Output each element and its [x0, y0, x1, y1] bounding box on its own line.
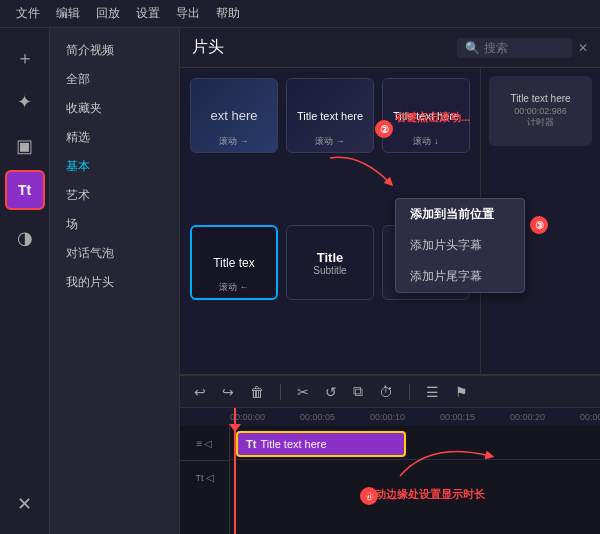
annotation-4-container: ④ 拖动边缘处设置显示时长 [360, 487, 481, 502]
timer-button[interactable]: ⏱ [375, 382, 397, 402]
timeline-toolbar: ↩ ↪ 🗑 ✂ ↺ ⧉ ⏱ ☰ ⚑ [180, 376, 600, 408]
annotation-badge-3: ③ [530, 216, 548, 234]
title-card-0[interactable]: ext here 滚动 → [190, 78, 278, 153]
main-layout: ＋ ✦ ▣ Tt ◑ ✕ 简介视频 全部 收藏夹 精选 基本 艺术 场 对话气泡… [0, 28, 600, 534]
right-panel-timer: 00:00:02:986 [514, 106, 567, 116]
search-box[interactable]: 🔍 [457, 38, 572, 58]
left-panel-item-mine[interactable]: 我的片头 [50, 268, 179, 297]
context-menu-add-credits[interactable]: 添加片尾字幕 [396, 261, 524, 292]
track-content: Tt Title text here [230, 426, 600, 534]
card-text-1: Title text here [297, 110, 363, 122]
sidebar-icon-title[interactable]: Tt [5, 170, 45, 210]
menu-edit[interactable]: 编辑 [48, 0, 88, 27]
context-menu-add-current[interactable]: 添加到当前位置 [396, 199, 524, 230]
menu-playback[interactable]: 回放 [88, 0, 128, 27]
menu-export[interactable]: 导出 [168, 0, 208, 27]
playhead-indicator [234, 408, 236, 426]
track-control-audio: Tt ◁ [180, 460, 229, 494]
context-menu-add-title[interactable]: 添加片头字幕 [396, 230, 524, 261]
left-panel-item-brief[interactable]: 简介视频 [50, 36, 179, 65]
menu-help[interactable]: 帮助 [208, 0, 248, 27]
right-panel-preview: Title text here 00:00:02:986 计时器 [489, 76, 592, 146]
left-panel-item-basic[interactable]: 基本 [50, 152, 179, 181]
track-icon-3: Tt [196, 473, 204, 483]
search-close-icon[interactable]: ✕ [578, 41, 588, 55]
search-input[interactable] [484, 41, 564, 55]
card-text-3: Title tex [213, 256, 255, 270]
right-panel-text: Title text here [510, 93, 570, 104]
annotation-text-2: 右键点击滚动... [395, 110, 470, 125]
ruler-tick-4: 00:00:20 [510, 412, 545, 422]
title-card-3[interactable]: Title tex 滚动 ← [190, 225, 278, 300]
content-title: 片头 [192, 37, 457, 58]
track-control-title: ≡ ◁ [180, 426, 229, 460]
ruler-tick-1: 00:00:05 [300, 412, 335, 422]
divider-1 [280, 384, 281, 400]
search-icon: 🔍 [465, 41, 480, 55]
left-panel: 简介视频 全部 收藏夹 精选 基本 艺术 场 对话气泡 我的片头 [50, 28, 180, 534]
card-subtitle-4: Subtitle [313, 265, 346, 276]
left-panel-item-scene[interactable]: 场 [50, 210, 179, 239]
ruler-tick-5: 00:00:25 [580, 412, 600, 422]
menubar: 文件 编辑 回放 设置 导出 帮助 [0, 0, 600, 28]
cut-button[interactable]: ✂ [293, 382, 313, 402]
left-panel-item-art[interactable]: 艺术 [50, 181, 179, 210]
sidebar-icon-effects[interactable]: ◑ [5, 218, 45, 258]
left-panel-list: 简介视频 全部 收藏夹 精选 基本 艺术 场 对话气泡 我的片头 [50, 28, 179, 305]
sidebar-icon-media[interactable]: ▣ [5, 126, 45, 166]
track-controls: ≡ ◁ Tt ◁ [180, 426, 230, 534]
crop-button[interactable]: ⧉ [349, 381, 367, 402]
annotation-badge-2: ② [375, 120, 393, 138]
menu-file[interactable]: 文件 [8, 0, 48, 27]
card-label-2: 滚动 ↓ [413, 135, 438, 148]
title-clip[interactable]: Tt Title text here [236, 431, 406, 457]
annotation-text-4: 拖动边缘处设置显示时长 [364, 488, 485, 500]
left-panel-item-all[interactable]: 全部 [50, 65, 179, 94]
timeline: ↩ ↪ 🗑 ✂ ↺ ⧉ ⏱ ☰ ⚑ 00:00:00 00:00:05 00:0… [180, 374, 600, 534]
delete-button[interactable]: 🗑 [246, 382, 268, 402]
redo-button[interactable]: ↪ [218, 382, 238, 402]
card-label-1: 滚动 → [315, 135, 345, 148]
context-menu: 添加到当前位置 添加片头字幕 添加片尾字幕 [395, 198, 525, 293]
left-panel-item-featured[interactable]: 精选 [50, 123, 179, 152]
title-card-4[interactable]: Title Subtitle [286, 225, 374, 300]
flag-button[interactable]: ⚑ [451, 382, 472, 402]
ruler-tick-3: 00:00:15 [440, 412, 475, 422]
content-header: 片头 🔍 ✕ [180, 28, 600, 68]
track-icon-4: ◁ [206, 472, 214, 483]
rotate-button[interactable]: ↺ [321, 382, 341, 402]
sidebar-icon-add[interactable]: ＋ [5, 38, 45, 78]
clip-text: Title text here [260, 438, 326, 450]
card-label-0: 滚动 → [219, 135, 249, 148]
sidebar-icon-settings[interactable]: ✕ [5, 484, 45, 524]
tracks-button[interactable]: ☰ [422, 382, 443, 402]
ruler-tick-2: 00:00:10 [370, 412, 405, 422]
left-panel-item-bubble[interactable]: 对话气泡 [50, 239, 179, 268]
tracks-area: ≡ ◁ Tt ◁ [180, 426, 600, 534]
divider-2 [409, 384, 410, 400]
left-panel-item-favorites[interactable]: 收藏夹 [50, 94, 179, 123]
sidebar-icons: ＋ ✦ ▣ Tt ◑ ✕ [0, 28, 50, 534]
sidebar-icon-magic[interactable]: ✦ [5, 82, 45, 122]
card-label-3: 滚动 ← [219, 281, 249, 294]
title-card-1[interactable]: Title text here 滚动 → [286, 78, 374, 153]
menu-settings[interactable]: 设置 [128, 0, 168, 27]
playhead-line [234, 426, 236, 534]
timeline-ruler: 00:00:00 00:00:05 00:00:10 00:00:15 00:0… [180, 408, 600, 426]
clip-tt-label: Tt [246, 438, 256, 450]
card-text-0: ext here [211, 108, 258, 123]
track-icon-1: ≡ [197, 438, 203, 449]
track-icon-2: ◁ [204, 438, 212, 449]
card-text-4: Title [317, 250, 344, 265]
undo-button[interactable]: ↩ [190, 382, 210, 402]
right-panel-label: 计时器 [527, 116, 554, 129]
